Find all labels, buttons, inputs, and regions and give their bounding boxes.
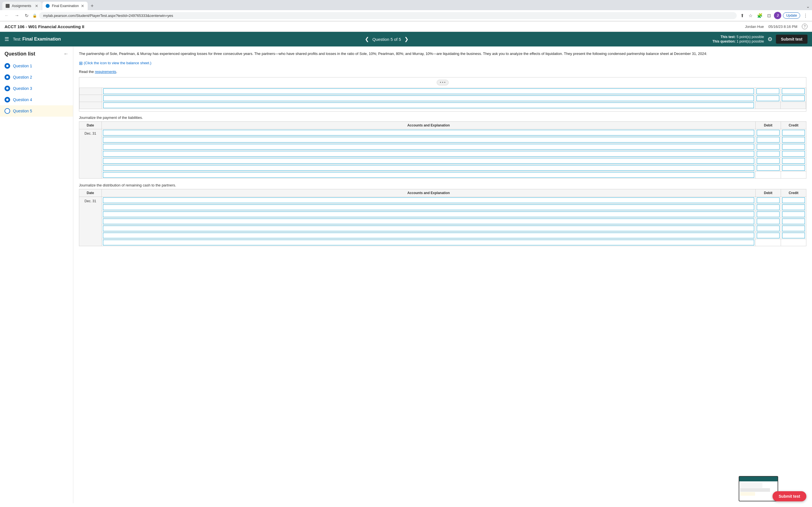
distribution-accounts-input-5[interactable] — [103, 226, 754, 231]
liabilities-accounts-input-1[interactable] — [103, 130, 754, 135]
distribution-debit-input-5[interactable] — [757, 226, 779, 231]
liabilities-debit-5 — [756, 158, 781, 165]
share-icon[interactable]: ⬆ — [739, 12, 746, 19]
distribution-credit-1 — [781, 197, 806, 204]
distribution-debit-input-4[interactable] — [757, 219, 779, 224]
liabilities-credit-input-1[interactable] — [782, 130, 805, 135]
distribution-accounts-input-2[interactable] — [103, 205, 754, 210]
settings-icon[interactable]: ⚙ — [767, 36, 772, 43]
liabilities-debit-input-5[interactable] — [757, 158, 779, 164]
partial-debit-2[interactable] — [756, 96, 779, 101]
distribution-accounts-6 — [102, 232, 756, 239]
liabilities-accounts-7 — [102, 172, 756, 179]
distribution-accounts-input-1[interactable] — [103, 198, 754, 203]
prev-question-button[interactable]: ❮ — [365, 36, 369, 42]
liabilities-debit-input-3[interactable] — [757, 144, 779, 150]
sidebar-collapse-button[interactable]: ← — [63, 51, 68, 57]
expand-dots[interactable]: • • • — [437, 80, 448, 86]
liabilities-credit-input-2[interactable] — [782, 137, 805, 143]
sidebar-item-question2[interactable]: Question 2 — [0, 71, 73, 83]
tab-final-exam[interactable]: Final Examination ✕ — [42, 2, 88, 10]
sidebar-item-question5[interactable]: Question 5 — [0, 105, 73, 117]
partial-credit-2[interactable] — [782, 96, 805, 101]
balance-sheet-link[interactable]: ⊞ (Click the icon to view the balance sh… — [79, 60, 151, 67]
hamburger-icon[interactable]: ☰ — [4, 36, 9, 42]
distribution-credit-input-1[interactable] — [782, 198, 805, 203]
liabilities-accounts-input-2[interactable] — [103, 137, 754, 143]
assignments-tab-close[interactable]: ✕ — [35, 4, 38, 8]
address-input[interactable] — [39, 12, 737, 19]
profile-avatar[interactable]: J — [774, 12, 781, 19]
liabilities-credit-input-4[interactable] — [782, 151, 805, 157]
next-question-button[interactable]: ❯ — [404, 36, 409, 42]
distribution-accounts-5 — [102, 225, 756, 232]
distribution-credit-input-4[interactable] — [782, 219, 805, 224]
liabilities-row-6 — [79, 165, 806, 172]
expand-button[interactable]: • • • — [79, 80, 806, 86]
liabilities-accounts-input-5[interactable] — [103, 158, 754, 164]
liabilities-debit-input-2[interactable] — [757, 137, 779, 143]
liabilities-row-2 — [79, 136, 806, 144]
liabilities-accounts-input-6[interactable] — [103, 165, 754, 171]
sidebar-item-question3[interactable]: Question 3 — [0, 83, 73, 94]
final-exam-tab-close[interactable]: ✕ — [81, 4, 84, 8]
liabilities-credit-input-3[interactable] — [782, 144, 805, 150]
forward-button[interactable]: → — [13, 12, 21, 19]
distribution-debit-3 — [756, 211, 781, 218]
partial-input-2[interactable] — [103, 96, 754, 101]
liabilities-debit-input-1[interactable] — [757, 130, 779, 135]
test-info: This test: 5 point(s) possible This ques… — [712, 35, 764, 43]
distribution-date-cell: Dec. 31 — [79, 197, 102, 246]
liabilities-credit-7 — [781, 172, 806, 179]
distribution-credit-input-2[interactable] — [782, 205, 805, 210]
toolbar-icons: ⬆ ☆ 🧩 ⊡ J Update ⋮ — [739, 12, 809, 19]
reload-button[interactable]: ↻ — [23, 12, 30, 19]
distribution-debit-input-2[interactable] — [757, 205, 779, 210]
app-header-right: Jordan Hue 05/16/23 8:16 PM ? — [745, 24, 808, 29]
requirements-link[interactable]: requirements — [95, 69, 116, 74]
tab-bar: Assignments ✕ Final Examination ✕ + ⌄ — [0, 0, 812, 10]
sidebar-item-question4[interactable]: Question 4 — [0, 94, 73, 105]
distribution-debit-input-3[interactable] — [757, 212, 779, 217]
distribution-debit-6 — [756, 232, 781, 239]
bottom-submit-area: Submit test — [772, 491, 806, 501]
distribution-accounts-input-6[interactable] — [103, 233, 754, 238]
help-icon[interactable]: ? — [802, 24, 808, 29]
back-button[interactable]: ← — [3, 12, 11, 19]
liabilities-debit-input-6[interactable] — [757, 165, 779, 171]
liabilities-accounts-input-7[interactable] — [103, 172, 754, 178]
update-button[interactable]: Update — [783, 12, 800, 18]
distribution-debit-input-6[interactable] — [757, 233, 779, 238]
distribution-credit-input-5[interactable] — [782, 226, 805, 231]
distribution-credit-input-6[interactable] — [782, 233, 805, 238]
partial-input-1[interactable] — [103, 89, 754, 94]
distribution-accounts-input-4[interactable] — [103, 219, 754, 224]
liabilities-accounts-input-3[interactable] — [103, 144, 754, 150]
question-text: The partnership of Sole, Pearlman, & Mur… — [79, 51, 806, 57]
question1-circle — [4, 63, 10, 69]
tab-search-icon[interactable]: ⊡ — [766, 12, 772, 19]
liabilities-credit-input-6[interactable] — [782, 165, 805, 171]
liabilities-debit-input-4[interactable] — [757, 151, 779, 157]
submit-test-button[interactable]: Submit test — [776, 35, 808, 44]
distribution-accounts-7 — [102, 239, 756, 246]
partial-debit-1[interactable] — [756, 89, 779, 94]
liabilities-debit-7 — [756, 172, 781, 179]
partial-input-3[interactable] — [103, 103, 754, 108]
sidebar-item-question1[interactable]: Question 1 — [0, 60, 73, 71]
bookmark-icon[interactable]: ☆ — [747, 12, 754, 19]
partial-credit-1[interactable] — [782, 89, 805, 94]
distribution-debit-input-1[interactable] — [757, 198, 779, 203]
distribution-credit-input-3[interactable] — [782, 212, 805, 217]
liabilities-accounts-input-4[interactable] — [103, 151, 754, 157]
distribution-accounts-3 — [102, 211, 756, 218]
menu-icon[interactable]: ⋮ — [802, 12, 809, 19]
distribution-accounts-input-7[interactable] — [103, 240, 754, 245]
bottom-submit-button[interactable]: Submit test — [772, 491, 806, 501]
distribution-accounts-input-3[interactable] — [103, 212, 754, 217]
new-tab-button[interactable]: + — [88, 2, 96, 10]
liabilities-credit-input-5[interactable] — [782, 158, 805, 164]
liabilities-credit-5 — [781, 158, 806, 165]
tab-assignments[interactable]: Assignments ✕ — [2, 2, 42, 10]
extensions-icon[interactable]: 🧩 — [756, 12, 764, 19]
